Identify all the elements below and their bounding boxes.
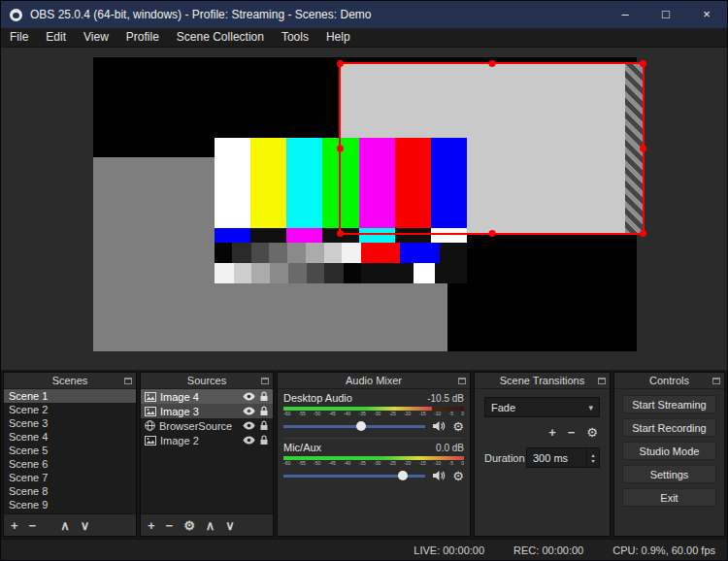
menu-scene-collection[interactable]: Scene Collection <box>168 28 273 47</box>
duration-spinbox[interactable]: 300 ms ▴ ▾ <box>526 447 600 468</box>
source-row[interactable]: Image 3 <box>141 404 273 418</box>
dock-pin-icon[interactable] <box>458 378 466 384</box>
scene-item[interactable]: Scene 1 <box>4 389 136 403</box>
selection-handle[interactable] <box>337 146 344 152</box>
dock-pin-icon[interactable] <box>598 378 606 384</box>
lock-icon[interactable] <box>259 420 269 431</box>
sources-dock: Sources Image 4 <box>140 372 274 537</box>
menu-help[interactable]: Help <box>317 28 359 47</box>
scenes-dock: Scenes Scene 1 Scene 2 Scene 3 Scene 4 S… <box>3 372 137 537</box>
window-title: OBS 25.0.4 (64-bit, windows) - Profile: … <box>30 8 605 21</box>
grayscale-gradient <box>215 243 361 263</box>
transition-select[interactable]: Fade ▾ <box>484 397 600 417</box>
obs-window: OBS 25.0.4 (64-bit, windows) - Profile: … <box>0 0 728 561</box>
meter-scale: -60-55-50-45-40-35-30-25-20-15-10-50 <box>283 460 464 467</box>
menu-file[interactable]: File <box>1 28 37 47</box>
scenes-dock-title: Scenes <box>52 375 88 386</box>
scenes-toolbar: + − ∧ ∨ <box>4 514 136 536</box>
preview-area <box>1 48 727 370</box>
maximize-button[interactable]: □ <box>645 1 686 28</box>
selection-border[interactable] <box>339 62 645 235</box>
channel-name: Desktop Audio <box>283 392 352 404</box>
visibility-eye-icon[interactable] <box>243 421 255 430</box>
source-row[interactable]: Image 2 <box>141 433 273 447</box>
window-controls: – □ × <box>605 1 727 28</box>
scene-item[interactable]: Scene 4 <box>4 430 136 444</box>
scene-item[interactable]: Scene 2 <box>4 403 136 416</box>
selection-handle[interactable] <box>488 230 495 237</box>
menu-profile[interactable]: Profile <box>117 28 168 47</box>
scenes-dock-header: Scenes <box>4 373 136 389</box>
settings-button[interactable]: Settings <box>622 465 716 483</box>
remove-source-button[interactable]: − <box>166 519 174 532</box>
speaker-icon[interactable] <box>432 420 446 432</box>
selection-handle[interactable] <box>337 230 344 237</box>
scene-item[interactable]: Scene 7 <box>4 471 136 484</box>
close-button[interactable]: × <box>686 1 727 28</box>
source-row[interactable]: BrowserSource <box>141 418 273 433</box>
live-time: LIVE: 00:00:00 <box>414 544 484 556</box>
menubar: File Edit View Profile Scene Collection … <box>1 28 727 48</box>
volume-slider[interactable] <box>283 425 425 428</box>
remove-transition-button[interactable]: − <box>568 426 576 439</box>
menu-edit[interactable]: Edit <box>37 28 75 47</box>
scene-item[interactable]: Scene 9 <box>4 498 136 512</box>
visibility-eye-icon[interactable] <box>243 392 255 401</box>
selection-handle[interactable] <box>488 60 495 67</box>
rec-time: REC: 00:00:00 <box>513 544 583 556</box>
speaker-icon[interactable] <box>432 470 446 481</box>
visibility-eye-icon[interactable] <box>243 436 255 445</box>
dock-pin-icon[interactable] <box>712 378 720 384</box>
selection-handle[interactable] <box>640 60 646 67</box>
gear-icon[interactable]: ⚙ <box>452 470 464 482</box>
scene-item[interactable]: Scene 3 <box>4 416 136 430</box>
volume-slider-handle[interactable] <box>398 471 408 480</box>
volume-meter-fill <box>283 456 464 460</box>
dock-pin-icon[interactable] <box>261 378 269 384</box>
lock-icon[interactable] <box>259 391 269 402</box>
scenes-list: Scene 1 Scene 2 Scene 3 Scene 4 Scene 5 … <box>4 389 136 514</box>
source-properties-gear-icon[interactable]: ⚙ <box>183 519 195 532</box>
remove-scene-button[interactable]: − <box>29 519 37 532</box>
scene-item[interactable]: Scene 6 <box>4 457 136 471</box>
studio-mode-button[interactable]: Studio Mode <box>622 442 716 460</box>
selection-handle[interactable] <box>337 60 344 67</box>
minimize-button[interactable]: – <box>605 1 645 28</box>
menu-view[interactable]: View <box>75 28 117 47</box>
move-scene-down-button[interactable]: ∨ <box>81 519 90 532</box>
gear-icon[interactable]: ⚙ <box>452 420 464 433</box>
exit-button[interactable]: Exit <box>622 488 716 507</box>
dock-pin-icon[interactable] <box>124 378 132 384</box>
chevron-down-icon: ▾ <box>588 403 593 412</box>
add-source-button[interactable]: + <box>148 519 155 532</box>
spin-down-icon[interactable]: ▾ <box>591 458 594 464</box>
mixer-channel-mic-aux: Mic/Aux 0.0 dB -60-55-50-45-40-35-30-25-… <box>283 442 464 484</box>
move-source-down-button[interactable]: ∨ <box>225 519 235 532</box>
scene-item[interactable]: Scene 5 <box>4 444 136 457</box>
start-streaming-button[interactable]: Start Streaming <box>622 395 716 413</box>
meter-scale: -60-55-50-45-40-35-30-25-20-15-10-50 <box>283 411 464 417</box>
add-scene-button[interactable]: + <box>11 519 18 532</box>
source-row[interactable]: Image 4 <box>141 389 273 404</box>
cpu-fps: CPU: 0.9%, 60.00 fps <box>612 544 715 556</box>
volume-slider[interactable] <box>283 475 425 478</box>
sources-dock-header: Sources <box>141 373 273 389</box>
statusbar: LIVE: 00:00:00 REC: 00:00:00 CPU: 0.9%, … <box>1 539 727 560</box>
menu-tools[interactable]: Tools <box>273 28 317 47</box>
scene-item[interactable]: Scene 8 <box>4 484 136 498</box>
selection-handle[interactable] <box>640 230 646 237</box>
lock-icon[interactable] <box>259 435 269 446</box>
move-scene-up-button[interactable]: ∧ <box>60 519 70 532</box>
visibility-eye-icon[interactable] <box>243 407 255 415</box>
sources-list: Image 4 Image 3 <box>141 389 273 514</box>
scene-canvas[interactable] <box>93 57 637 351</box>
transition-properties-gear-icon[interactable]: ⚙ <box>586 426 598 439</box>
add-transition-button[interactable]: + <box>548 426 556 439</box>
move-source-up-button[interactable]: ∧ <box>206 519 215 532</box>
sources-toolbar: + − ⚙ ∧ ∨ <box>141 514 273 536</box>
start-recording-button[interactable]: Start Recording <box>622 418 716 437</box>
volume-slider-handle[interactable] <box>356 421 366 431</box>
source-name: Image 2 <box>160 435 239 446</box>
lock-icon[interactable] <box>259 406 269 416</box>
selection-handle[interactable] <box>640 146 646 152</box>
